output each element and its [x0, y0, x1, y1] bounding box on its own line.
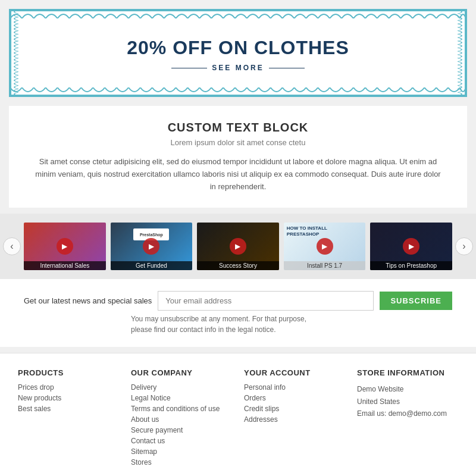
hero-banner: 20% OFF ON CLOTHES SEE MORE — [9, 9, 467, 97]
newsletter-label: Get our latest news and special sales — [24, 296, 152, 305]
see-more-label[interactable]: SEE MORE — [58, 64, 418, 72]
footer-col-products: PRODUCTS Prices drop New products Best s… — [18, 368, 119, 469]
video-thumb-1[interactable]: ▶ International Sales — [24, 223, 106, 270]
promo-title: 20% OFF ON CLOTHES — [58, 37, 418, 59]
play-button-4[interactable]: ▶ — [317, 238, 333, 255]
video-thumb-2[interactable]: PrestaShop ▶ Get Funded — [111, 223, 193, 270]
video-label-4: Install PS 1.7 — [284, 261, 366, 270]
link-credit-slips[interactable]: Credit slips — [244, 405, 345, 413]
play-button-2[interactable]: ▶ — [143, 238, 159, 255]
link-best-sales[interactable]: Best sales — [18, 405, 119, 413]
video-label-5: Tips on Prestashop — [370, 261, 452, 270]
scallop-left-svg — [10, 10, 18, 96]
link-secure-payment[interactable]: Secure payment — [131, 426, 232, 434]
link-orders[interactable]: Orders — [244, 394, 345, 402]
footer-col-company: OUR COMPANY Delivery Legal Notice Terms … — [131, 368, 232, 469]
video-thumb-4[interactable]: HOW TO INSTALLPRESTASHOP ▶ Install PS 1.… — [284, 223, 366, 270]
link-prices-drop[interactable]: Prices drop — [18, 383, 119, 392]
newsletter-disclaimer: You may unsubscribe at any moment. For t… — [131, 314, 306, 335]
video-thumb-5[interactable]: ▶ Tips on Prestashop — [370, 223, 452, 270]
link-contact-us[interactable]: Contact us — [131, 437, 232, 445]
text-block-section: CUSTOM TEXT BLOCK Lorem ipsum dolor sit … — [9, 106, 467, 208]
text-block-title: CUSTOM TEXT BLOCK — [33, 121, 443, 134]
play-button-5[interactable]: ▶ — [403, 238, 419, 255]
store-info-col-title: STORE INFORMATION — [357, 368, 458, 377]
carousel-next-button[interactable]: › — [455, 237, 473, 255]
video-image-4: HOW TO INSTALLPRESTASHOP ▶ Install PS 1.… — [284, 223, 366, 270]
link-about-us[interactable]: About us — [131, 415, 232, 424]
text-block-subtitle: Lorem ipsum dolor sit amet conse ctetu — [33, 138, 443, 147]
footer-columns: PRODUCTS Prices drop New products Best s… — [18, 368, 458, 469]
video-image-1: ▶ International Sales — [24, 223, 106, 270]
link-personal-info[interactable]: Personal info — [244, 383, 345, 392]
scallop-right-svg — [458, 10, 466, 96]
videos-list: ▶ International Sales PrestaShop ▶ Get F… — [24, 223, 452, 270]
store-info-details: Demo Website United States Email us: dem… — [357, 383, 458, 419]
store-email: Email us: demo@demo.com — [357, 408, 458, 419]
video-label-3: Success Story — [197, 261, 279, 270]
company-col-title: OUR COMPANY — [131, 368, 232, 377]
video-carousel: ‹ ▶ International Sales PrestaShop ▶ Get… — [0, 214, 476, 279]
newsletter-form-row: Get our latest news and special sales SU… — [24, 291, 452, 311]
promo-text: 20% OFF ON CLOTHES — [127, 37, 349, 58]
link-terms[interactable]: Terms and conditions of use — [131, 405, 232, 413]
footer-col-account: YOUR ACCOUNT Personal info Orders Credit… — [244, 368, 345, 469]
scallop-bottom-svg — [10, 87, 466, 96]
install-text: HOW TO INSTALLPRESTASHOP — [287, 226, 363, 237]
link-delivery[interactable]: Delivery — [131, 383, 232, 392]
products-col-title: PRODUCTS — [18, 368, 119, 377]
video-thumb-3[interactable]: ▶ Success Story — [197, 223, 279, 270]
video-image-3: ▶ Success Story — [197, 223, 279, 270]
link-addresses[interactable]: Addresses — [244, 415, 345, 424]
newsletter-email-input[interactable] — [158, 291, 374, 311]
footer: PRODUCTS Prices drop New products Best s… — [0, 353, 476, 476]
carousel-prev-button[interactable]: ‹ — [3, 237, 21, 255]
play-button-1[interactable]: ▶ — [57, 238, 73, 255]
video-image-2: PrestaShop ▶ Get Funded — [111, 223, 193, 270]
video-label-1: International Sales — [24, 261, 106, 270]
account-col-title: YOUR ACCOUNT — [244, 368, 345, 377]
store-name: Demo Website — [357, 383, 458, 395]
store-country: United States — [357, 396, 458, 408]
scallop-top-svg — [10, 10, 466, 18]
video-image-5: ▶ Tips on Prestashop — [370, 223, 452, 270]
play-button-3[interactable]: ▶ — [230, 238, 246, 255]
video-label-2: Get Funded — [111, 261, 193, 270]
subscribe-button[interactable]: SUBSCRIBE — [380, 292, 452, 310]
link-sitemap[interactable]: Sitemap — [131, 447, 232, 456]
newsletter-section: Get our latest news and special sales SU… — [0, 279, 476, 347]
link-legal-notice[interactable]: Legal Notice — [131, 394, 232, 402]
text-block-body: Sit amet conse ctetur adipisicing elit, … — [33, 156, 443, 193]
footer-col-store-info: STORE INFORMATION Demo Website United St… — [357, 368, 458, 469]
link-stores[interactable]: Stores — [131, 458, 232, 466]
link-new-products[interactable]: New products — [18, 394, 119, 402]
